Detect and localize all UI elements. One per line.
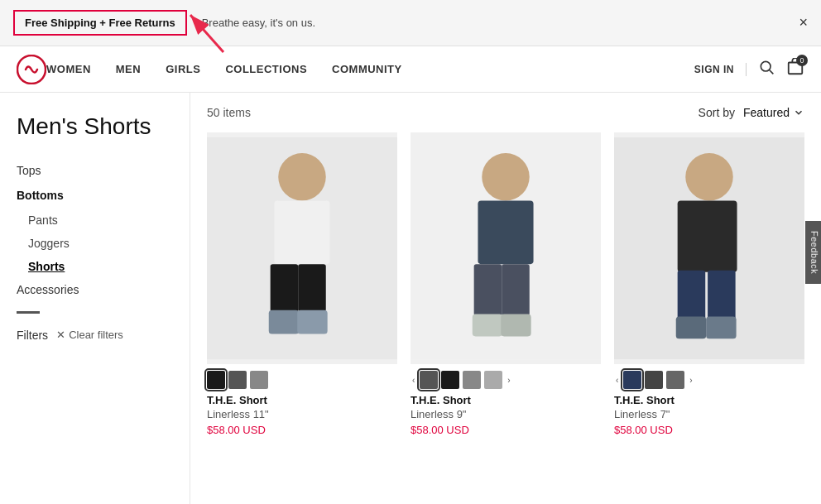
sort-row: Sort by Featured [699, 106, 804, 119]
nav-women[interactable]: WOMEN [46, 63, 91, 75]
product-grid: T.H.E. Short Linerless 11" $58.00 USD [207, 132, 804, 436]
prev-swatch-3[interactable]: ‹ [614, 376, 620, 385]
svg-rect-19 [501, 314, 531, 337]
svg-rect-23 [678, 271, 706, 319]
product-price-2: $58.00 USD [410, 424, 601, 436]
swatch-2-black[interactable] [441, 371, 459, 389]
swatch-3-navy[interactable] [623, 371, 641, 389]
svg-rect-9 [271, 264, 299, 312]
svg-rect-18 [473, 314, 502, 337]
sidebar-section-bottoms: Bottoms [17, 189, 173, 202]
feedback-label: Feedback [809, 230, 819, 273]
svg-rect-16 [474, 264, 502, 315]
sidebar: Men's Shorts Tops Bottoms Pants Joggers … [0, 93, 190, 504]
svg-rect-26 [706, 316, 736, 338]
page-title: Men's Shorts [17, 113, 173, 141]
logo[interactable] [17, 55, 46, 84]
sidebar-sub-pants[interactable]: Pants [17, 214, 173, 227]
swatch-1-black[interactable] [207, 371, 225, 389]
svg-rect-17 [502, 264, 530, 315]
product-card-2[interactable]: ‹ › T.H.E. Short Linerless 9" $58.00 USD [410, 132, 601, 436]
swatch-2-light[interactable] [484, 371, 502, 389]
sidebar-divider [17, 311, 40, 314]
next-swatch-3[interactable]: › [688, 376, 694, 385]
sidebar-sub-shorts[interactable]: Shorts [17, 260, 173, 273]
sidebar-sub-joggers[interactable]: Joggers [17, 237, 173, 250]
search-icon[interactable] [758, 59, 775, 79]
next-swatch-2[interactable]: › [506, 376, 511, 385]
items-count: 50 items [207, 106, 251, 119]
product-subname-3: Linerless 7" [614, 408, 804, 420]
svg-rect-12 [297, 310, 327, 334]
swatch-2-med[interactable] [463, 371, 481, 389]
nav-men[interactable]: MEN [116, 63, 141, 75]
navbar: WOMEN MEN GIRLS COLLECTIONS COMMUNITY SI… [0, 46, 821, 93]
nav-right: SIGN IN 0 [694, 58, 804, 80]
product-area: 50 items Sort by Featured [190, 93, 821, 504]
svg-rect-8 [274, 201, 329, 265]
product-image-1 [207, 132, 397, 364]
svg-rect-14 [482, 153, 530, 201]
product-header: 50 items Sort by Featured [207, 106, 804, 119]
svg-rect-11 [269, 310, 299, 334]
shipping-label-box[interactable]: Free Shipping + Free Returns [13, 10, 187, 36]
prev-swatch-2[interactable]: ‹ [410, 376, 416, 385]
product-image-3 [614, 132, 804, 364]
svg-rect-15 [478, 201, 533, 265]
main-layout: Men's Shorts Tops Bottoms Pants Joggers … [0, 93, 821, 504]
svg-rect-10 [298, 264, 326, 312]
product-card-1[interactable]: T.H.E. Short Linerless 11" $58.00 USD [207, 132, 397, 436]
nav-divider [746, 63, 747, 76]
swatch-3-dark[interactable] [645, 371, 663, 389]
swatch-1-lightgrey[interactable] [250, 371, 268, 389]
shipping-text: Free Shipping + Free Returns [25, 17, 175, 29]
chevron-down-icon [793, 107, 804, 118]
clear-filters-label: Clear filters [69, 329, 123, 341]
color-swatches-2: ‹ › [410, 371, 601, 389]
color-swatches-1 [207, 371, 397, 389]
nav-community[interactable]: COMMUNITY [332, 63, 402, 75]
nav-links: WOMEN MEN GIRLS COLLECTIONS COMMUNITY [46, 63, 694, 75]
svg-line-4 [770, 70, 774, 74]
product-image-2 [410, 132, 601, 364]
product-name-3: T.H.E. Short [614, 394, 804, 406]
swatch-1-grey[interactable] [228, 371, 247, 389]
close-icon[interactable]: × [799, 14, 808, 31]
cart-count: 0 [796, 55, 808, 66]
svg-rect-22 [678, 201, 737, 272]
nav-collections[interactable]: COLLECTIONS [225, 63, 307, 75]
svg-rect-21 [685, 153, 733, 201]
cart-icon[interactable]: 0 [786, 58, 804, 80]
swatch-2-grey[interactable] [420, 371, 438, 389]
svg-point-3 [761, 61, 771, 71]
clear-filters-button[interactable]: ✕ Clear filters [56, 329, 123, 341]
sidebar-nav-accessories[interactable]: Accessories [17, 283, 173, 296]
svg-rect-25 [676, 316, 706, 338]
product-subname-2: Linerless 9" [410, 408, 601, 420]
banner-tagline: Breathe easy, it's on us. [202, 17, 315, 29]
svg-rect-24 [708, 271, 736, 319]
sort-label: Sort by [699, 106, 735, 119]
product-price-1: $58.00 USD [207, 424, 397, 436]
product-name-2: T.H.E. Short [410, 394, 601, 406]
sign-in-link[interactable]: SIGN IN [694, 64, 734, 75]
filters-row: Filters ✕ Clear filters [17, 329, 173, 342]
product-card-3[interactable]: ‹ › T.H.E. Short Linerless 7" $58.00 USD [614, 132, 804, 436]
color-swatches-3: ‹ › [614, 371, 804, 389]
nav-girls[interactable]: GIRLS [166, 63, 200, 75]
feedback-tab[interactable]: Feedback [805, 220, 821, 283]
swatch-3-med[interactable] [666, 371, 684, 389]
clear-x-icon: ✕ [56, 329, 65, 341]
product-subname-1: Linerless 11" [207, 408, 397, 420]
product-price-3: $58.00 USD [614, 424, 804, 436]
top-banner: Free Shipping + Free Returns Breathe eas… [0, 0, 821, 46]
product-name-1: T.H.E. Short [207, 394, 397, 406]
sidebar-nav-tops[interactable]: Tops [17, 164, 173, 177]
sort-value: Featured [743, 106, 790, 119]
sort-select[interactable]: Featured [743, 106, 804, 119]
svg-rect-7 [278, 153, 326, 201]
filters-label: Filters [17, 329, 48, 342]
